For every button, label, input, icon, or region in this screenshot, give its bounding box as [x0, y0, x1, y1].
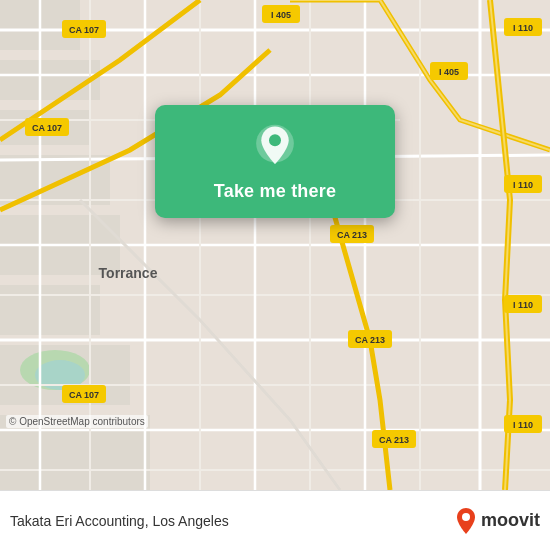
svg-text:I 110: I 110: [513, 180, 533, 190]
svg-text:I 405: I 405: [271, 10, 291, 20]
svg-point-58: [462, 513, 470, 521]
location-pin-icon: [251, 123, 299, 171]
svg-rect-2: [0, 60, 100, 100]
svg-text:CA 213: CA 213: [379, 435, 409, 445]
take-me-there-button[interactable]: Take me there: [214, 181, 336, 202]
svg-point-57: [269, 134, 281, 146]
svg-text:CA 107: CA 107: [32, 123, 62, 133]
svg-text:CA 213: CA 213: [355, 335, 385, 345]
svg-text:CA 107: CA 107: [69, 390, 99, 400]
moovit-logo: moovit: [455, 507, 540, 535]
moovit-logo-text: moovit: [481, 510, 540, 531]
copyright-text: © OpenStreetMap contributors: [6, 415, 148, 428]
map-container: CA 107 CA 107 CA 107 I 405 I 405 I 110 I…: [0, 0, 550, 490]
svg-rect-4: [0, 155, 110, 205]
svg-text:CA 107: CA 107: [69, 25, 99, 35]
svg-text:I 110: I 110: [513, 23, 533, 33]
location-text: Takata Eri Accounting, Los Angeles: [10, 513, 455, 529]
svg-text:CA 213: CA 213: [337, 230, 367, 240]
popup-card: Take me there: [155, 105, 395, 218]
moovit-pin-icon: [455, 507, 477, 535]
bottom-bar: Takata Eri Accounting, Los Angeles moovi…: [0, 490, 550, 550]
svg-text:I 110: I 110: [513, 300, 533, 310]
svg-rect-6: [0, 285, 100, 335]
svg-text:I 405: I 405: [439, 67, 459, 77]
svg-text:Torrance: Torrance: [99, 265, 158, 281]
svg-text:I 110: I 110: [513, 420, 533, 430]
